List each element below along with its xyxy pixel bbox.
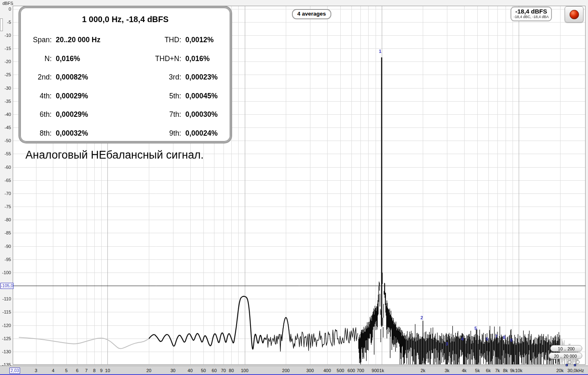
x-axis-tick-label: 10: [105, 368, 110, 373]
y-axis-tick-label: -85: [0, 230, 11, 235]
info-row-label: 7th:: [133, 105, 181, 124]
x-axis-tick-label: 500: [337, 368, 344, 373]
x-axis-tick-label: 3k: [444, 368, 449, 373]
info-row-value: 0,0012%: [185, 31, 230, 50]
x-axis-tick-label: 80: [229, 368, 234, 373]
y-axis-tick-label: -100: [0, 270, 11, 275]
info-row-label: 4th:: [22, 87, 52, 106]
x-axis-tick-label: 8k: [503, 368, 508, 373]
x-axis-tick-label: 2k: [421, 368, 426, 373]
x-axis-tick-label: 9k: [510, 368, 515, 373]
x-axis-tick-label: 1k: [379, 368, 384, 373]
x-axis-tick-label: 6: [76, 368, 78, 373]
info-row-label: THD+N:: [133, 50, 181, 68]
info-row-label: 2nd:: [22, 68, 52, 87]
y-axis-tick-label: -60: [0, 165, 11, 170]
harmonic-number-label: 7: [495, 334, 497, 339]
y-axis-unit-label: dBFS: [2, 1, 13, 6]
info-row-label: 5th:: [133, 87, 181, 106]
x-axis-tick-label: 600: [348, 368, 355, 373]
harmonic-number-label: 2: [420, 315, 423, 320]
info-row-value: 0,00082%: [56, 68, 129, 87]
harmonic-number-label: 8: [503, 335, 506, 340]
y-axis-tick-label: -25: [0, 72, 11, 77]
y-axis-tick-label: -120: [0, 323, 11, 328]
record-button[interactable]: [565, 6, 583, 23]
y-axis-tick-label: -40: [0, 112, 11, 117]
harmonic-number-label: 1: [379, 49, 381, 54]
record-led-icon: [570, 10, 579, 19]
info-row-value: 0,00029%: [56, 105, 129, 124]
info-row-label: 3rd:: [133, 68, 181, 87]
info-row-value: 20..20 000 Hz: [56, 31, 129, 50]
x-axis-tick-label: 4k: [462, 368, 467, 373]
left-scrollbar-thumb[interactable]: [0, 18, 3, 31]
info-row-label: 9th:: [133, 124, 181, 143]
x-axis-tick-label: 40: [188, 368, 193, 373]
level-readout-main: -18,4 dBFS: [511, 8, 551, 15]
y-axis-tick-label: -35: [0, 99, 11, 104]
y-marker-tag[interactable]: -105,0: [0, 283, 14, 289]
y-axis-tick-label: -80: [0, 217, 11, 222]
zoom-in-icon-button[interactable]: [565, 360, 572, 366]
y-axis-tick-label: -125: [0, 336, 11, 341]
level-readout: -18,4 dBFS -18,4 dBC, -18,4 dBA: [511, 7, 552, 21]
info-row-value: 0,00045%: [185, 87, 230, 106]
harmonic-number-label: 9: [510, 338, 513, 343]
x-axis-tick-label: 6k: [486, 368, 491, 373]
info-row-label: THD:: [133, 31, 181, 50]
y-axis-tick-label: -70: [0, 191, 11, 196]
x-axis-tick-label: 9: [100, 368, 103, 373]
x-axis-tick-label: 30: [171, 368, 175, 373]
x-axis-tick-label: 5k: [475, 368, 480, 373]
y-axis-tick-label: -65: [0, 178, 11, 183]
x-axis-tick-label: 20k: [556, 368, 564, 373]
harmonic-number-label: 3: [446, 341, 448, 346]
x-axis-tick-label: 400: [324, 368, 331, 373]
y-axis-tick-label: -75: [0, 204, 11, 209]
range-button-low[interactable]: 10 .. 200: [550, 345, 582, 352]
info-row-value: 0,016%: [56, 50, 129, 68]
info-row-value: 0,00024%: [185, 124, 230, 143]
x-axis-tick-label: 3: [35, 368, 37, 373]
y-axis-tick-label: -50: [0, 138, 11, 143]
x-axis-tick-label: 300: [306, 368, 314, 373]
zoom-out-icon-button[interactable]: [574, 360, 580, 366]
x-axis-tick-label: 100: [241, 368, 248, 373]
x-axis-tick-label: 20: [146, 368, 151, 373]
x-axis-tick-label: 7k: [495, 368, 500, 373]
x-start-tag[interactable]: 2,03: [9, 368, 20, 374]
level-readout-sub: -18,4 dBC, -18,4 dBA: [511, 15, 551, 19]
measurement-rows: Span:20..20 000 HzTHD:0,0012%N:0,016%THD…: [22, 31, 230, 143]
measurement-title: 1 000,0 Hz, -18,4 dBFS: [21, 15, 230, 24]
x-axis-tick-label: 5: [65, 368, 68, 373]
range-button-full[interactable]: 20 .. 20 000: [549, 352, 582, 359]
magnifier-icon: [565, 360, 572, 366]
info-row-value: 0,00029%: [56, 87, 129, 106]
x-axis-tick-label: 7: [85, 368, 88, 373]
x-axis-tick-label: 700: [357, 368, 364, 373]
x-axis-tick-label: 8: [93, 368, 96, 373]
info-row-value: 0,00032%: [56, 124, 129, 143]
y-axis-tick-label: -90: [0, 244, 11, 249]
y-axis-tick-label: -30: [0, 86, 11, 91]
y-axis-tick-label: -115: [0, 309, 11, 314]
harmonic-number-label: 6: [486, 336, 488, 341]
info-row-value: 0,016%: [185, 50, 230, 68]
info-row-label: Span:: [22, 31, 52, 50]
x-axis-tick-label: 200: [282, 368, 289, 373]
y-axis-tick-label: -10: [0, 33, 11, 38]
spectrum-analyzer-window: dBFS 0-5-10-15-20-25-30-35-40-45-50-55-6…: [0, 0, 588, 375]
y-axis-tick-label: -15: [0, 46, 11, 51]
info-row-value: 0,00023%: [185, 68, 230, 87]
x-axis-tick-label: 70: [221, 368, 226, 373]
y-axis-tick-label: -45: [0, 125, 11, 130]
harmonic-number-label: 4: [461, 336, 463, 341]
x-axis-tick-label: 10k: [515, 368, 522, 373]
x-axis-strip: 3456789102030405060708010020030040050060…: [0, 366, 588, 375]
x-axis-tick-label: 60: [212, 368, 217, 373]
averages-badge: 4 averages: [292, 9, 331, 19]
info-row-value: 0,00030%: [185, 105, 230, 124]
magnifier-icon: [574, 360, 580, 366]
y-axis-tick-label: -55: [0, 151, 11, 156]
